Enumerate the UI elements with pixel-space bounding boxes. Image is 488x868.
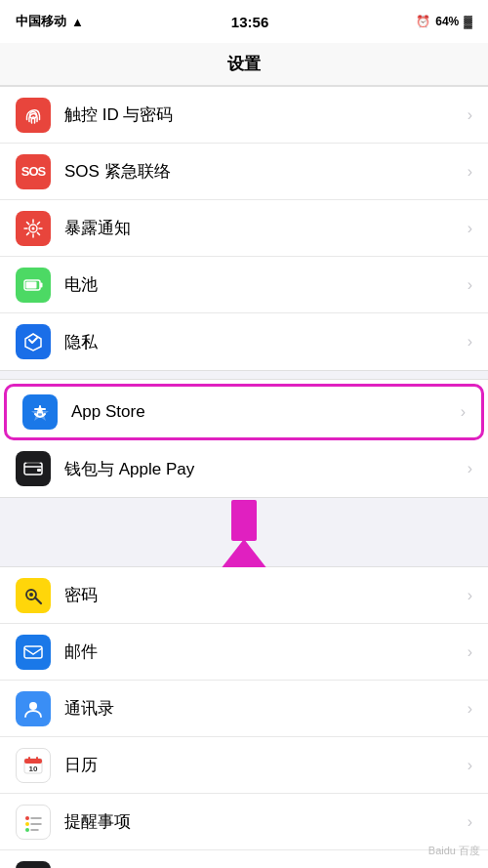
exposure-row[interactable]: 暴露通知 ›: [0, 200, 488, 257]
reminders-row[interactable]: 提醒事项 ›: [0, 794, 488, 850]
battery-label: 电池: [64, 273, 460, 296]
page-title: 设置: [227, 53, 261, 75]
wallet-row[interactable]: 钱包与 Apple Pay ›: [0, 440, 488, 497]
privacy-chevron: ›: [468, 333, 472, 351]
battery-text: 64%: [435, 15, 459, 28]
mail-row[interactable]: 邮件 ›: [0, 624, 488, 681]
arrow-section: [0, 498, 488, 566]
svg-point-29: [25, 816, 29, 820]
svg-point-21: [29, 593, 33, 597]
calendar-icon: 10: [16, 748, 51, 783]
svg-line-8: [37, 232, 39, 234]
status-bar: 中国移动 ▲ 13:56 ⏰ 64% ▓: [0, 0, 488, 43]
status-right: ⏰ 64% ▓: [416, 15, 472, 28]
appstore-chevron: ›: [461, 403, 466, 421]
touchid-label: 触控 ID 与密码: [64, 103, 460, 126]
svg-text:10: 10: [29, 765, 38, 773]
svg-point-2: [32, 227, 35, 229]
svg-rect-12: [40, 282, 43, 287]
svg-line-20: [35, 598, 41, 603]
appstore-label: App Store: [71, 402, 453, 422]
settings-section-2: A App Store › 钱包与 Apple Pay ›: [0, 379, 488, 498]
svg-point-23: [29, 702, 37, 710]
svg-line-9: [37, 222, 39, 224]
alarm-icon: ⏰: [416, 15, 430, 28]
touchid-icon: [16, 98, 51, 133]
privacy-row[interactable]: 隐私 ›: [0, 313, 488, 370]
privacy-label: 隐私: [64, 331, 460, 353]
voice-icon: [16, 861, 51, 868]
reminders-label: 提醒事项: [64, 810, 460, 833]
svg-rect-25: [24, 759, 42, 764]
touchid-row[interactable]: 触控 ID 与密码 ›: [0, 87, 488, 144]
wallet-chevron: ›: [468, 460, 472, 477]
contacts-chevron: ›: [468, 700, 472, 718]
sos-chevron: ›: [468, 163, 472, 181]
contacts-label: 通讯录: [64, 697, 460, 720]
watermark: Baidu 百度: [428, 844, 480, 858]
wifi-icon: ▲: [71, 15, 84, 29]
settings-section-1: 触控 ID 与密码 › SOS SOS 紧急联络 › 暴露通知 ›: [0, 86, 488, 371]
calendar-chevron: ›: [468, 757, 472, 774]
privacy-icon: [16, 324, 51, 359]
svg-rect-18: [37, 469, 41, 472]
battery-chevron: ›: [468, 276, 472, 294]
contacts-row[interactable]: 通讯录 ›: [0, 681, 488, 737]
mail-icon: [16, 635, 51, 670]
pink-arrow: [217, 500, 271, 574]
touchid-chevron: ›: [468, 106, 472, 124]
wallet-label: 钱包与 Apple Pay: [64, 458, 460, 480]
exposure-chevron: ›: [468, 220, 472, 237]
voice-row[interactable]: 语音备忘录 ›: [0, 850, 488, 868]
svg-line-10: [27, 232, 29, 234]
appstore-icon: A: [22, 394, 58, 430]
svg-point-31: [25, 828, 29, 832]
calendar-row[interactable]: 10 日历 ›: [0, 737, 488, 794]
exposure-label: 暴露通知: [64, 217, 460, 239]
mail-chevron: ›: [468, 643, 472, 661]
contacts-icon: [16, 691, 51, 726]
passwords-row[interactable]: 密码 ›: [0, 567, 488, 624]
exposure-icon: [16, 211, 51, 246]
battery-icon: ▓: [464, 15, 472, 28]
svg-line-7: [27, 222, 29, 224]
sos-icon: SOS: [16, 154, 51, 189]
status-left: 中国移动 ▲: [16, 13, 84, 30]
passwords-label: 密码: [64, 584, 460, 606]
battery-row[interactable]: 电池 ›: [0, 257, 488, 313]
reminders-icon: [16, 805, 51, 840]
appstore-row[interactable]: A App Store ›: [4, 384, 484, 440]
svg-rect-13: [26, 281, 37, 288]
carrier-text: 中国移动: [16, 13, 66, 30]
passwords-icon: [16, 578, 51, 613]
svg-rect-22: [24, 646, 42, 658]
nav-bar: 设置: [0, 43, 488, 86]
appstore-row-wrapper: A App Store ›: [0, 380, 488, 440]
wallet-icon: [16, 451, 51, 486]
svg-point-30: [25, 822, 29, 826]
passwords-chevron: ›: [468, 587, 472, 604]
battery-icon: [16, 268, 51, 303]
calendar-label: 日历: [64, 754, 460, 776]
sos-label: SOS 紧急联络: [64, 160, 460, 183]
sos-row[interactable]: SOS SOS 紧急联络 ›: [0, 144, 488, 200]
settings-section-3: 密码 › 邮件 › 通讯录 › 10: [0, 566, 488, 868]
status-time: 13:56: [231, 14, 268, 30]
mail-label: 邮件: [64, 641, 460, 663]
reminders-chevron: ›: [468, 813, 472, 831]
